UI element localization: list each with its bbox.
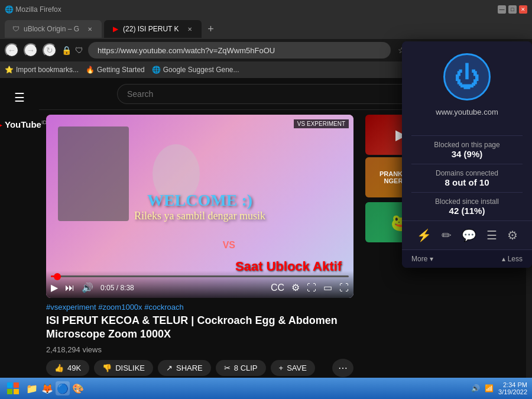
shield-icon: 🛡 [75,46,83,55]
taskbar-speaker-icon[interactable]: 🔊 [471,384,480,392]
hamburger-icon: ☰ [14,90,25,105]
search-input[interactable] [117,84,415,104]
window-controls[interactable]: — □ ✕ [498,5,527,14]
controls-row: ▶ ⏭ 🔊 0:05 / 8:38 CC ⚙ ⛶ [51,282,349,293]
ublock-tools: ⚡ ✏ 💬 ☰ ⚙ [402,220,532,249]
tab-youtube[interactable]: ▶ (22) ISI PERUT K ✕ [104,20,201,38]
taskbar-photoshop[interactable]: 🎨 [71,381,85,395]
lock-icon: 🔒 [61,46,72,55]
ublock-power-button[interactable]: ⏻ [443,53,491,100]
share-label: SHARE [176,364,203,372]
yt-logo-icon: ▶ [0,117,2,132]
sub-text: Rileks ya sambil dengar musik [134,210,265,222]
tab-favicon-youtube: ▶ [111,25,119,33]
tab-ublock[interactable]: 🛡 uBlock Origin – G ✕ [5,20,102,38]
taskbar-explorer[interactable]: 📁 [25,381,39,395]
bookmark-google[interactable]: 🌐 Google Suggest Gene... [152,66,239,74]
taskbar-time: 2:34 PM [498,381,527,388]
progress-dot [54,273,61,280]
share-button[interactable]: ↗ SHARE [158,360,211,376]
clip-button[interactable]: ✂ 8 CLIP [216,360,266,376]
video-main: VS WELCOME :) Rileks ya sambil dengar mu… [39,110,361,378]
save-label: SAVE [287,364,307,372]
yt-sidebar: ☰ ▶ YouTubeID [0,78,39,378]
maximize-button[interactable]: □ [508,5,517,14]
lightning-tool-btn[interactable]: ⚡ [417,228,432,242]
browser-logo: 🌐 Mozilla Firefox [5,5,61,14]
progress-bar[interactable] [51,275,349,277]
play-button[interactable]: ▶ [51,282,58,293]
search-bar: 🔍 [117,84,445,104]
time-current: 0:05 [100,284,114,292]
welcome-text: WELCOME :) [134,191,265,210]
blocked-value: 34 (9%) [411,149,523,159]
title-bar-left: 🌐 Mozilla Firefox [5,5,61,14]
title-bar: 🌐 Mozilla Firefox — □ ✕ [0,0,532,19]
comment-tool-btn[interactable]: 💬 [462,228,476,242]
more-options-button[interactable]: ⋯ [332,359,353,377]
ublock-popup: ⏻ www.youtube.com Blocked on this page 3… [402,41,532,268]
save-icon: + [279,364,284,372]
bookmark-icon-fire: 🔥 [86,66,95,74]
settings-button[interactable]: ⚙ [291,282,300,293]
thumbs-up-icon: 👍 [54,364,64,372]
forward-button[interactable]: → [24,43,38,57]
edit-tool-btn[interactable]: ✏ [442,228,452,242]
more-label: More [411,255,427,263]
experiment-overlay: VS EXPERIMENT [294,119,349,128]
svg-rect-1 [14,382,19,388]
list-tool-btn[interactable]: ☰ [486,228,497,242]
security-icons: 🔒 🛡 [61,46,83,55]
ublock-footer: More ▾ ▴ Less [402,249,532,268]
blocked-since-row: Blocked since install 42 (11%) [411,192,523,220]
tab-bar: 🛡 uBlock Origin – G ✕ ▶ (22) ISI PERUT K… [0,19,532,39]
tab-favicon-ublock: 🛡 [12,25,20,33]
video-tags[interactable]: #vsexperiment #zoom1000x #cockroach [46,303,353,312]
tab-close-youtube[interactable]: ✕ [185,24,194,34]
power-icon: ⏻ [454,62,480,92]
vs-logo: VS [223,240,235,251]
next-button[interactable]: ⏭ [65,283,74,293]
refresh-button[interactable]: ↻ [43,43,57,57]
video-title: ISI PERUT KECOA & TELUR | Cockroach Egg … [46,314,353,342]
more-button[interactable]: More ▾ [411,255,433,263]
bookmark-import[interactable]: ⭐ Import bookmarks... [5,66,79,74]
close-button[interactable]: ✕ [519,5,527,14]
chevron-down-icon: ▾ [430,255,433,263]
tab-label-ublock: uBlock Origin – G [24,25,79,33]
bookmark-icon-google: 🌐 [152,66,161,74]
start-button[interactable] [2,379,24,398]
since-label: Blocked since install [411,197,523,206]
bookmark-label-import: Import bookmarks... [16,66,79,74]
sidebar-menu-btn[interactable]: ☰ [3,83,36,112]
taskbar-network-icon: 📶 [485,384,494,392]
miniplayer-button[interactable]: ⛶ [307,283,316,293]
taskbar-firefox[interactable]: 🦊 [40,381,54,395]
dislike-button[interactable]: 👎 DISLIKE [94,360,153,376]
subtitles-button[interactable]: CC [271,283,284,293]
new-tab-button[interactable]: + [204,22,218,36]
bookmark-label-google: Google Suggest Gene... [163,66,239,74]
settings-tool-btn[interactable]: ⚙ [507,228,518,242]
theater-button[interactable]: ▭ [323,282,332,293]
tab-label-youtube: (22) ISI PERUT K [123,25,179,33]
svg-rect-2 [7,389,12,394]
thumbs-down-icon: 👎 [102,364,112,372]
ublock-domain: www.youtube.com [414,108,520,116]
less-button[interactable]: ▴ Less [502,255,523,263]
save-button[interactable]: + SAVE [271,360,315,376]
view-count: 2,418,294 views [46,345,102,354]
taskbar-clock: 2:34 PM 3/19/2022 [498,381,530,395]
ublock-header: ⏻ www.youtube.com [402,41,532,135]
video-controls[interactable]: ▶ ⏭ 🔊 0:05 / 8:38 CC ⚙ ⛶ [46,271,353,298]
taskbar-app[interactable]: 🔵 [56,381,70,395]
tab-close-ublock[interactable]: ✕ [85,24,95,34]
address-input[interactable] [88,42,391,59]
fullscreen-button[interactable]: ⛶ [339,283,349,293]
bookmark-getting-started[interactable]: 🔥 Getting Started [86,66,145,74]
blocked-on-page-row: Blocked on this page 34 (9%) [411,135,523,164]
volume-button[interactable]: 🔊 [82,282,93,293]
like-button[interactable]: 👍 49K [46,360,89,376]
back-button[interactable]: ← [5,43,19,57]
minimize-button[interactable]: — [498,5,506,14]
